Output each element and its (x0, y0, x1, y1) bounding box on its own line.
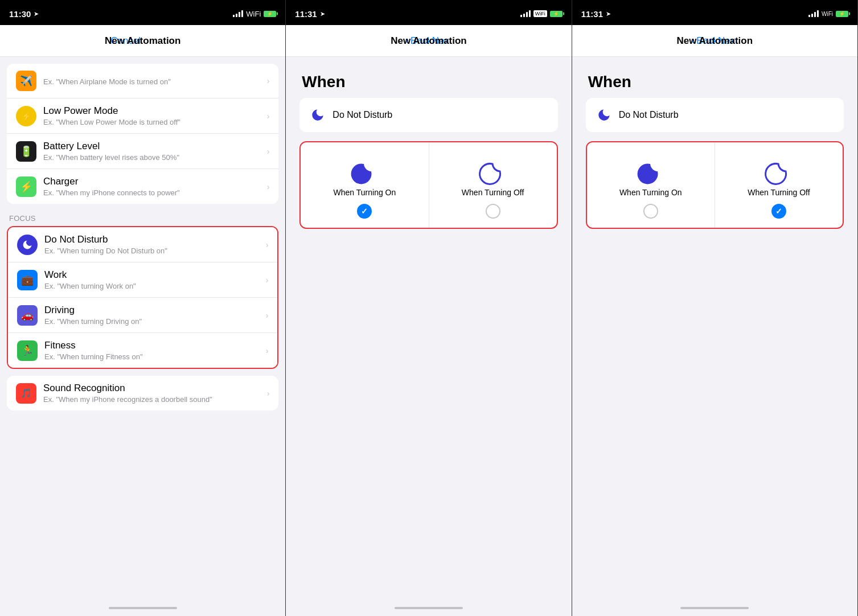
b4 (529, 10, 531, 17)
dnd-subtitle: Ex. "When turning Do Not Disturb on" (44, 247, 266, 255)
panel3-content: When Do Not Disturb When Turning On (572, 57, 857, 602)
chevron-lowpower: › (267, 112, 270, 121)
toggle-row-2: When Turning On When Turning Off (301, 142, 556, 228)
battery-subtitle: Ex. "When battery level rises above 50%" (43, 153, 267, 162)
home-bar-1 (109, 607, 177, 609)
sound-subtitle: Ex. "When my iPhone recognizes a doorbel… (43, 395, 267, 404)
list-section-focus: Do Not Disturb Ex. "When turning Do Not … (7, 226, 278, 369)
charger-subtitle: Ex. "When my iPhone connects to power" (43, 188, 267, 197)
list-item-battery[interactable]: 🔋 Battery Level Ex. "When battery level … (7, 134, 278, 169)
list-item-airplane[interactable]: ✈️ Ex. "When Airplane Mode is turned on"… (7, 64, 278, 98)
battery-icon-1: ⚡ (264, 11, 276, 17)
home-indicator-3 (572, 602, 857, 616)
signal-bars-2 (520, 10, 531, 17)
status-time-1: 11:30 (9, 9, 31, 19)
moon-svg-list (22, 239, 33, 250)
b1 (520, 15, 522, 17)
radio-off-3[interactable] (771, 204, 786, 219)
c4 (817, 10, 819, 17)
signal-bars-1 (233, 10, 243, 17)
lowpower-icon: ⚡ (16, 106, 36, 126)
dnd-text-3: Do Not Disturb (619, 110, 679, 120)
toggle-option-on-2[interactable]: When Turning On (301, 142, 429, 228)
status-time-2: 11:31 (295, 9, 317, 19)
bar1 (233, 15, 235, 17)
bar2 (236, 14, 237, 17)
dnd-moon-svg-3 (597, 108, 611, 122)
toggle-option-off-3[interactable]: When Turning Off (715, 142, 843, 228)
radio-on-3[interactable] (643, 204, 658, 219)
c1 (808, 15, 810, 17)
list-item-driving[interactable]: 🚗 Driving Ex. "When turning Driving on" … (8, 298, 277, 333)
moon-on-3 (634, 154, 668, 188)
chevron-work: › (266, 276, 269, 285)
phone-panel-2: 11:31 ➤ WiFi ⚡ ‹ Back New Automation Nex… (286, 0, 572, 616)
home-indicator-2 (286, 602, 571, 616)
status-bar-2: 11:31 ➤ WiFi ⚡ (286, 0, 571, 25)
focus-section-header: FOCUS (7, 211, 278, 226)
list-item-sound[interactable]: 🎵 Sound Recognition Ex. "When my iPhone … (7, 376, 278, 410)
home-indicator-1 (0, 602, 285, 616)
when-label-3: When (579, 64, 851, 98)
list-item-dnd[interactable]: Do Not Disturb Ex. "When turning Do Not … (8, 227, 277, 262)
c2 (811, 14, 813, 17)
dnd-moon-2 (309, 106, 327, 124)
driving-subtitle: Ex. "When turning Driving on" (44, 317, 266, 326)
sound-title: Sound Recognition (43, 383, 267, 394)
status-icons-2: WiFi ⚡ (520, 10, 563, 17)
toggle-option-on-3[interactable]: When Turning On (587, 142, 715, 228)
list-section-sound: 🎵 Sound Recognition Ex. "When my iPhone … (7, 376, 278, 410)
wifi-icon-1: WiFi (246, 10, 261, 18)
lowpower-title: Low Power Mode (43, 105, 267, 117)
bar3 (239, 12, 240, 17)
airplane-subtitle: Ex. "When Airplane Mode is turned on" (43, 77, 267, 86)
list-item-lowpower[interactable]: ⚡ Low Power Mode Ex. "When Low Power Mod… (7, 98, 278, 134)
chevron-dnd: › (266, 240, 269, 249)
b2 (523, 14, 525, 17)
dnd-selector-2[interactable]: Do Not Disturb (299, 98, 557, 132)
toggle-on-label-3: When Turning On (619, 188, 682, 197)
nav-title-1: New Automation (105, 35, 180, 47)
dnd-selector-3[interactable]: Do Not Disturb (586, 98, 844, 132)
location-icon-3: ➤ (606, 10, 611, 18)
chevron-driving: › (266, 311, 269, 320)
fitness-title: Fitness (44, 340, 266, 351)
dnd-moon-svg-2 (310, 108, 325, 122)
phone-panel-3: 11:31 ➤ WiFi ⚡ ‹ Back New Automation Nex… (572, 0, 858, 616)
toggle-row-3: When Turning On When Turning Off (587, 142, 843, 228)
driving-title: Driving (44, 305, 266, 316)
toggle-option-off-2[interactable]: When Turning Off (429, 142, 557, 228)
radio-off-2[interactable] (486, 204, 500, 219)
sound-icon: 🎵 (16, 383, 36, 404)
list-item-charger[interactable]: ⚡ Charger Ex. "When my iPhone connects t… (7, 169, 278, 204)
nav-bar-1: Cancel New Automation (0, 25, 285, 57)
radio-on-2[interactable] (357, 204, 372, 219)
chevron-airplane: › (267, 76, 270, 85)
toggle-area-3: When Turning On When Turning Off (586, 141, 844, 229)
battery-icon-2: ⚡ (550, 11, 563, 17)
chevron-battery: › (267, 147, 270, 156)
moon-off-2 (476, 154, 510, 188)
dnd-text-2: Do Not Disturb (332, 110, 392, 120)
c3 (814, 12, 816, 17)
dnd-moon-3 (595, 106, 613, 124)
home-bar-2 (395, 607, 463, 609)
fitness-subtitle: Ex. "When turning Fitness on" (44, 352, 266, 361)
battery-bolt-2: ⚡ (553, 11, 559, 17)
dnd-icon (17, 235, 38, 255)
location-icon-1: ➤ (34, 10, 39, 18)
fitness-icon: 🏃 (17, 340, 38, 361)
moon-on-2 (347, 154, 381, 188)
airplane-icon: ✈️ (16, 71, 36, 91)
chevron-fitness: › (266, 346, 269, 355)
chevron-charger: › (267, 182, 270, 191)
list-item-fitness[interactable]: 🏃 Fitness Ex. "When turning Fitness on" … (8, 333, 277, 368)
driving-icon: 🚗 (17, 305, 38, 326)
chevron-sound: › (267, 389, 270, 398)
toggle-off-label-2: When Turning Off (462, 188, 524, 197)
list-item-work[interactable]: 💼 Work Ex. "When turning Work on" › (8, 262, 277, 298)
status-bar-3: 11:31 ➤ WiFi ⚡ (572, 0, 857, 25)
list-section-system: ✈️ Ex. "When Airplane Mode is turned on"… (7, 64, 278, 204)
when-label-2: When (293, 64, 564, 98)
battery-bolt-3: ⚡ (839, 11, 845, 17)
